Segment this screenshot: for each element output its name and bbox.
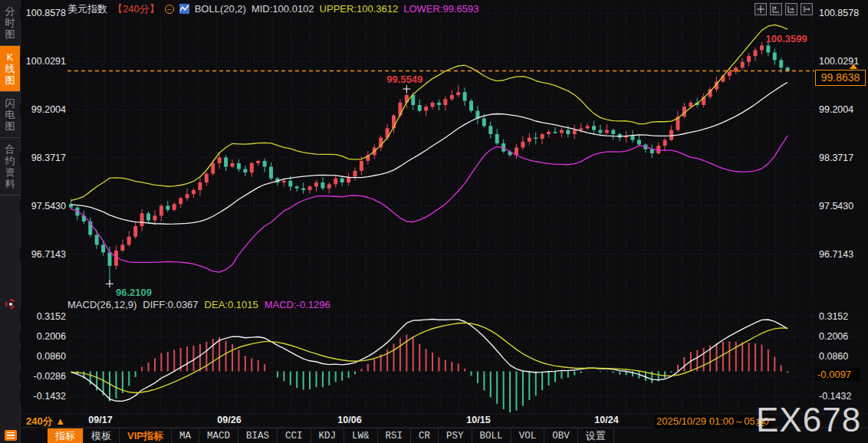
shift-right-icon[interactable] [801,3,813,15]
toolbar-item-3[interactable]: MA [172,428,199,443]
symbol-name: 美元指数 [67,2,107,16]
scale-right-axis-icon[interactable] [785,3,797,15]
low-price-annotation: 96.2109 [116,287,152,298]
current-bar-datetime: 2025/10/29 01:00～05:00 [654,415,771,428]
toolbar-item-4[interactable]: MACD [199,428,238,443]
current-price-badge: 99.8638 [815,70,866,86]
scale-up-axis-icon[interactable] [770,3,782,15]
x-axis-date: 09/26 [205,415,254,425]
sidebar-tab-0[interactable]: 分时图 [0,0,20,46]
toolbar-item-6[interactable]: CCI [278,428,311,443]
macd-diff-value: DIFF:0.0367 [143,299,198,310]
macd-macd-value: MACD:-0.1296 [265,299,330,310]
x-axis-date: 09/17 [76,415,125,425]
bollinger-bands [71,25,788,272]
boll-mid-value: MID:100.0102 [252,3,314,15]
x-axis-date: 10/06 [325,415,374,425]
sidebar-menu-icon[interactable] [5,430,17,441]
indicator-thumbnail-icon[interactable] [179,4,189,14]
x-axis-date: 10/24 [582,415,631,425]
candles [69,41,790,284]
toolbar-item-8[interactable]: LW& [344,428,378,443]
boll-label: BOLL(20,2) [195,3,246,15]
chart-header: 美元指数 【240分】 − BOLL(20,2) MID:100.0102 UP… [67,2,483,15]
boll-lower-value: LOWER:99.6593 [403,3,478,15]
sidebar-tab-2[interactable]: 闪电图 [0,92,20,138]
move-chart-icon[interactable] [755,3,767,15]
chart-toolbox [755,3,813,15]
toolbar-item-0[interactable]: 指标 [48,428,84,443]
toolbar-item-9[interactable]: RSI [378,428,412,443]
axis-label: 100.0291 [20,55,67,67]
axis-label: 100.8578 [817,7,860,19]
swing-high-annotation: 99.5549 [386,74,422,85]
axis-label: 98.3717 [20,152,67,164]
axis-label: 100.8578 [20,7,67,19]
kline-chart-canvas[interactable] [0,0,868,443]
trading-app-window: 分时图K线图闪电图合约资料 美元指数 【240分】 − BOLL(20,2) M… [0,0,868,443]
axis-label: 99.2004 [817,103,855,116]
price-up-arrow-icon [850,64,857,69]
axis-label: 97.5430 [817,200,855,212]
toolbar-item-12[interactable]: BOLL [472,428,511,443]
toolbar-item-13[interactable]: VOL [511,428,545,443]
period-label[interactable]: 【240分】 [113,2,159,16]
toolbar-item-1[interactable]: 模板 [84,428,120,443]
toolbar-item-10[interactable]: CR [411,428,439,443]
toolbar-item-7[interactable]: KDJ [311,428,345,443]
axis-label: -0.0286 [20,370,67,382]
macd-dea-value: DEA:0.1015 [205,299,258,310]
axis-label: 0.0860 [817,350,850,363]
toolbar-item-11[interactable]: PSY [439,428,472,443]
axis-label: -0.1432 [20,390,67,402]
high-price-annotation: 100.3599 [765,33,807,44]
toolbar-item-15[interactable]: 设置 [578,428,614,443]
toolbar-item-5[interactable]: BIAS [238,428,278,443]
axis-label: 0.2006 [20,330,67,343]
axis-label: 98.3717 [817,152,855,164]
axis-label: 96.7143 [20,248,67,261]
macd-params-label: MACD(26,12,9) [67,299,136,310]
axis-label: 0.3152 [20,310,67,323]
axis-label: 97.5430 [20,200,67,212]
watermark: EX678 [756,403,861,437]
macd-header: MACD(26,12,9) DIFF:0.0367 DEA:0.1015 MAC… [67,299,335,310]
axis-label: 96.7143 [817,248,855,261]
chart-type-sidebar: 分时图K线图闪电图合约资料 [0,0,21,443]
axis-label: 0.3152 [817,310,850,323]
sidebar-tab-3[interactable]: 合约资料 [0,138,20,195]
x-axis-date: 10/15 [454,415,503,425]
axis-label: 0.2006 [817,330,850,343]
toolbar-item-14[interactable]: OBV [544,428,578,443]
collapse-icon[interactable]: − [165,5,174,14]
sidebar-tab-1[interactable]: K线图 [0,46,20,92]
indicator-toolbar: 指标模板VIP指标MAMACDBIASCCIKDJLW&RSICRPSYBOLL… [48,428,614,443]
axis-label: 0.0860 [20,350,67,363]
macd-panel [71,319,788,412]
toolbar-item-2[interactable]: VIP指标 [120,428,172,443]
chart-type-tabs: 分时图K线图闪电图合约资料 [0,0,20,195]
period-indicator[interactable]: 240分 ▲ [26,415,65,428]
hot-spot-icon[interactable] [5,299,15,309]
boll-upper-value: UPPER:100.3612 [320,3,399,15]
current-macd-badge: -0.0097 [815,368,860,381]
axis-label: 99.2004 [20,103,67,116]
